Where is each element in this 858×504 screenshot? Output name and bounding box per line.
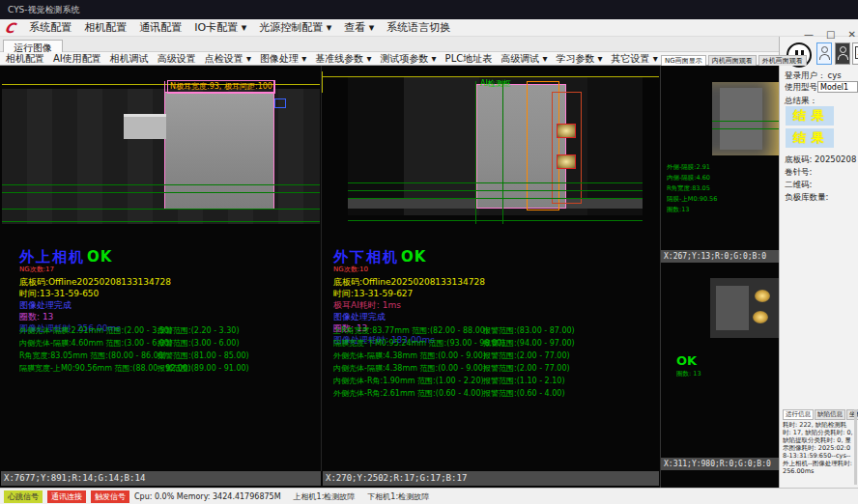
measurement-row: R角宽度:83.05mm 范围:(80.00 - 86.00) 报警范围:(81…: [19, 350, 190, 363]
left-cursor-coords: X:7677;Y:891;R:14;G:14;B:14: [1, 471, 321, 486]
tool-spot-check[interactable]: 点检设置 ▾: [205, 52, 251, 66]
left-overlay-label: N极耳宽度:93, 极耳间距:100: [167, 80, 275, 94]
qr-code-field: 二维码:: [785, 180, 812, 191]
tab-glow-1: [755, 290, 770, 302]
log-scrollbar[interactable]: [854, 409, 857, 485]
tool-ai-config[interactable]: AI使用配置: [53, 52, 101, 66]
left-blue-marker-box: [274, 98, 286, 108]
lower-camera-status: 下相机1:检测故障: [367, 491, 429, 502]
tool-other-settings[interactable]: 其它设置 ▾: [612, 52, 658, 66]
side-bottom-coords: X:311;Y:980;R:0;G:0;B:0: [661, 458, 779, 470]
tab-glow-2: [753, 311, 768, 323]
menu-light-config[interactable]: 光源控制配置 ▾: [259, 20, 331, 35]
side-top-coords: X:267;Y:13;R:0;G:0;B:0: [661, 250, 779, 263]
mid-defect-box: [552, 92, 582, 204]
side-top-measure-1: 外侧-隔膜:2.91: [667, 162, 710, 173]
side-top-part: [720, 88, 762, 150]
left-camera-ok-status: OK: [87, 248, 112, 266]
menu-bar: C 系统配置 相机配置 通讯配置 IO卡配置 ▾ 光源控制配置 ▾ 查看 ▾ 系…: [0, 19, 858, 37]
info-tabs: 运行信息 缺陷信息 坐标信息: [783, 409, 858, 420]
measurement-row: 上R角宽度:83.77mm 范围:(82.00 - 88.00) 报警范围:(8…: [333, 325, 504, 338]
side-top-measure-5: 圈数:13: [667, 205, 689, 215]
measurement-value: 内侧壳体-隔膜:4.60mm 范围:(3.00 - 6.00): [19, 339, 172, 348]
measurement-row: 隔膜宽度-下M0:95.24mm 范围:(93.00 - 98.00) 报警范围…: [333, 338, 504, 350]
measurement-value: 外侧壳体-隔膜:2.91mm 范围:(2.00 - 3.50): [19, 326, 172, 335]
menu-view[interactable]: 查看 ▾: [344, 20, 374, 35]
left-time: 时间:13-31-59-650: [19, 288, 324, 299]
status-bar: 心跳信号 通讯连接 触发信号 Cpu: 0.0% Memory: 3424.41…: [0, 488, 858, 504]
measurement-alarm: 报警范围:(94.00 - 97.00): [483, 338, 575, 349]
user-icon: [821, 46, 828, 53]
operator-button[interactable]: [835, 42, 850, 65]
upper-camera-status: 上相机1:检测故障: [294, 491, 356, 502]
login-user-label: 登录用户：: [785, 70, 826, 80]
comm-badge: 通讯连接: [47, 490, 86, 503]
exit-button[interactable]: →: [852, 42, 858, 65]
menu-comm-config[interactable]: 通讯配置: [139, 20, 182, 35]
tab-row: 运行图像: [0, 37, 779, 52]
menu-language-switch[interactable]: 系统语言切换: [386, 20, 450, 35]
measurement-value: 内侧壳体-隔膜:4.38mm 范围:(0.00 - 9.00): [333, 364, 486, 373]
main-workspace: N极耳宽度:93, 极耳间距:100 外上相机OK NG次数:17 底板码:Of…: [0, 66, 779, 488]
measurement-alarm: 报警范围:(89.00 - 91.00): [157, 363, 249, 374]
side-top-line-1: [712, 121, 781, 122]
mid-ai-time: 极耳AI耗时: 1ms: [333, 299, 638, 311]
title-bar: CYS-视觉检测系统: [0, 0, 858, 19]
measurement-alarm: 报警范围:(2.00 - 77.00): [483, 363, 570, 374]
heartbeat-badge: 心跳信号: [4, 490, 43, 503]
measurement-alarm: 报警范围:(81.00 - 85.00): [157, 350, 249, 361]
mid-measure-line-4: [348, 220, 643, 221]
login-user-button[interactable]: [816, 42, 832, 65]
machine-body: [404, 77, 479, 215]
left-ng-info: NG次数:17: [19, 266, 324, 273]
side-bottom-image[interactable]: [710, 278, 783, 338]
tool-test-params[interactable]: 测试项参数 ▾: [380, 52, 436, 66]
mid-camera-image[interactable]: [348, 77, 643, 215]
mid-camera-name: 外下相机: [333, 248, 399, 266]
tab-run-info[interactable]: 运行信息: [783, 409, 814, 420]
neg-count-field: 负极库数量:: [785, 192, 828, 204]
measurement-alarm: 报警范围:(0.60 - 4.00): [483, 388, 565, 399]
tool-advanced-debug[interactable]: 高级调试 ▾: [500, 52, 547, 66]
tool-baseline-params[interactable]: 基准线参数 ▾: [315, 52, 371, 66]
tab-outer-view[interactable]: 外机画面观看: [758, 55, 807, 66]
left-roi-line-a: [164, 81, 165, 92]
result-display-1: 结果: [786, 106, 834, 126]
left-measurements: 外侧壳体-隔膜:2.91mm 范围:(2.00 - 3.50) 报警范围:(2.…: [19, 325, 190, 376]
measurement-row: 外侧壳体-R角:2.61mm 范围:(0.60 - 4.00) 报警范围:(0.…: [333, 388, 504, 401]
side-bottom-ok: OK: [676, 353, 697, 368]
measurement-value: 隔膜宽度-下M0:95.24mm 范围:(93.00 - 98.00): [333, 339, 504, 348]
measurement-value: 内侧壳体-R角:1.90mm 范围:(1.00 - 2.20): [333, 377, 484, 385]
measurement-row: 外侧壳体-隔膜:4.38mm 范围:(0.00 - 9.00) 报警范围:(2.…: [333, 350, 504, 363]
app-logo-icon: C: [4, 21, 16, 35]
window-controls: — □ ✕: [804, 29, 856, 40]
tab-defect-info[interactable]: 缺陷信息: [815, 409, 845, 420]
tab-ng-view[interactable]: NG画面显示: [661, 55, 706, 66]
mid-ng-info: NG次数:10: [333, 266, 638, 273]
measurement-row: 内侧壳体-隔膜:4.38mm 范围:(0.00 - 9.00) 报警范围:(2.…: [333, 363, 504, 376]
left-camera-image[interactable]: [2, 89, 320, 224]
tool-plc-address[interactable]: PLC地址表: [445, 52, 493, 66]
maximize-icon[interactable]: □: [826, 29, 835, 40]
side-top-image[interactable]: [712, 82, 781, 155]
model-input[interactable]: [817, 81, 858, 93]
left-measure-line-1: [2, 184, 320, 185]
menu-system-config[interactable]: 系统配置: [29, 20, 72, 35]
left-connector-shape: [124, 114, 166, 139]
measurement-row: 内侧壳体-隔膜:4.60mm 范围:(3.00 - 6.00) 报警范围:(3.…: [19, 338, 190, 350]
tool-camera-debug[interactable]: 相机调试: [110, 52, 149, 66]
mid-time: 时间:13-31-59-627: [333, 288, 638, 299]
minimize-icon[interactable]: —: [804, 29, 814, 40]
trigger-badge: 触发信号: [91, 490, 129, 503]
tab-inner-view[interactable]: 内机画面观看: [708, 55, 757, 66]
left-board-code: 底板码:Offline20250208133134728: [19, 276, 324, 288]
tool-advanced-settings[interactable]: 高级设置: [157, 52, 196, 66]
menu-camera-config[interactable]: 相机配置: [84, 20, 127, 35]
menu-io-config[interactable]: IO卡配置 ▾: [194, 20, 246, 35]
tool-camera-config[interactable]: 相机配置: [6, 52, 44, 66]
app-window: CYS-视觉检测系统 C 系统配置 相机配置 通讯配置 IO卡配置 ▾ 光源控制…: [0, 0, 858, 504]
tool-image-process[interactable]: 图像处理 ▾: [260, 52, 306, 66]
roll-pin-field: 卷针号:: [785, 167, 812, 179]
close-icon[interactable]: ✕: [847, 29, 855, 40]
tool-learn-params[interactable]: 学习参数 ▾: [556, 52, 602, 66]
